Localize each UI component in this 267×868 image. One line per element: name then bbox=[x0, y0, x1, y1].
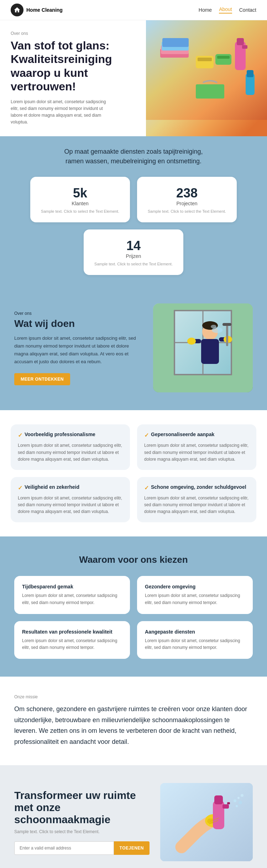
waarom-card-desc-3: Lorem ipsum dolor sit amet, consetetur s… bbox=[145, 637, 245, 651]
feature-icon-0: ✓ bbox=[18, 432, 22, 439]
nav-about[interactable]: About bbox=[219, 6, 232, 14]
feature-icon-2: ✓ bbox=[18, 485, 22, 491]
stat-number-0: 5k bbox=[41, 186, 119, 201]
stats-tagline: Op maat gemaakte diensten zoals tapijtre… bbox=[62, 147, 205, 166]
hero-title: Van stof tot glans: Kwaliteitsreiniging … bbox=[11, 39, 135, 94]
email-input[interactable] bbox=[14, 841, 114, 855]
brand-name: Home Cleaning bbox=[26, 7, 63, 13]
wwdoen-description: Lorem ipsum dolor sit amet, consetetur s… bbox=[14, 334, 142, 366]
cta-title: Transformeer uw ruimte met onze schoonma… bbox=[14, 789, 150, 826]
cta-section: Transformeer uw ruimte met onze schoonma… bbox=[0, 765, 267, 868]
nav-home[interactable]: Home bbox=[199, 7, 212, 13]
svg-rect-31 bbox=[226, 325, 228, 346]
missie-section: Onze missie Om schonere, gezondere en ga… bbox=[0, 677, 267, 765]
hero-illustration bbox=[146, 20, 267, 120]
waarom-title: Waarom voor ons kiezen bbox=[14, 554, 253, 565]
waarom-section: Waarom voor ons kiezen Tijdbesparend gem… bbox=[0, 536, 267, 677]
stat-desc-0: Sample text. Click to select the Text El… bbox=[41, 209, 119, 213]
waarom-card-desc-2: Lorem ipsum dolor sit amet, consetetur s… bbox=[22, 637, 122, 651]
wwdoen-title: Wat wij doen bbox=[14, 318, 142, 329]
stat-card-1: 238 Projecten Sample text. Click to sele… bbox=[137, 177, 237, 222]
svg-point-34 bbox=[211, 325, 216, 328]
nav-contact[interactable]: Contact bbox=[239, 7, 256, 13]
svg-point-44 bbox=[239, 801, 242, 804]
hero-section: Over ons Van stof tot glans: Kwaliteitsr… bbox=[0, 20, 267, 136]
feature-title-3: ✓ Schone omgeving, zonder schuldgevoel bbox=[144, 484, 249, 491]
cta-submit-button[interactable]: TOEJENEN bbox=[114, 841, 150, 855]
cta-image bbox=[160, 783, 253, 861]
hero-content: Over ons Van stof tot glans: Kwaliteitsr… bbox=[0, 20, 146, 136]
stat-label-0: Klanten bbox=[41, 201, 119, 206]
wwdoen-illustration bbox=[153, 303, 253, 392]
svg-rect-11 bbox=[242, 45, 247, 49]
waarom-card-3: Aangepaste diensten Lorem ipsum dolor si… bbox=[137, 621, 253, 659]
feature-title-0: ✓ Voorbeeldig professionalisme bbox=[18, 432, 123, 439]
waarom-card-1: Gezondere omgeving Lorem ipsum dolor sit… bbox=[137, 576, 253, 614]
home-icon bbox=[14, 6, 21, 14]
waarom-card-desc-1: Lorem ipsum dolor sit amet, consetetur s… bbox=[145, 592, 245, 606]
svg-rect-13 bbox=[196, 84, 224, 99]
svg-rect-8 bbox=[217, 56, 230, 59]
cta-illustration bbox=[160, 783, 253, 861]
waarom-card-desc-0: Lorem ipsum dolor sit amet, consetetur s… bbox=[22, 592, 122, 606]
logo-icon bbox=[11, 4, 23, 16]
stat-card-0: 5k Klanten Sample text. Click to select … bbox=[30, 177, 130, 222]
svg-rect-4 bbox=[162, 38, 189, 47]
feature-card-0: ✓ Voorbeeldig professionalisme Lorem ips… bbox=[11, 424, 130, 470]
svg-point-43 bbox=[237, 797, 240, 799]
cta-form: TOEJENEN bbox=[14, 841, 150, 855]
feature-icon-1: ✓ bbox=[144, 432, 149, 439]
feature-desc-0: Lorem ipsum dolor sit amet, consetetur s… bbox=[18, 442, 123, 463]
stats-section: Op maat gemaakte diensten zoals tapijtre… bbox=[0, 136, 267, 286]
svg-rect-26 bbox=[201, 339, 219, 364]
header: Home Cleaning Home About Contact bbox=[0, 0, 267, 20]
stat-desc-1: Sample text. Click to select the Text El… bbox=[148, 209, 226, 213]
svg-rect-41 bbox=[227, 802, 230, 804]
stat-label-2: Prijzen bbox=[94, 253, 173, 259]
feature-icon-3: ✓ bbox=[144, 485, 149, 491]
spray-illustration bbox=[160, 783, 253, 861]
svg-rect-15 bbox=[247, 70, 253, 77]
hero-decoration bbox=[146, 20, 267, 136]
feature-card-1: ✓ Gepersonaliseerde aanpak Lorem ipsum d… bbox=[137, 424, 256, 470]
stat-card-2: 14 Prijzen Sample text. Click to select … bbox=[84, 229, 183, 275]
svg-point-29 bbox=[187, 338, 196, 345]
feature-desc-3: Lorem ipsum dolor sit amet, consetetur s… bbox=[144, 495, 249, 515]
main-nav: Home About Contact bbox=[199, 6, 256, 14]
feature-card-2: ✓ Veiligheid en zekerheid Lorem ipsum do… bbox=[11, 477, 130, 523]
svg-rect-39 bbox=[214, 795, 223, 804]
waarom-grid: Tijdbesparend gemak Lorem ipsum dolor si… bbox=[14, 576, 253, 659]
hero-over-ons: Over ons bbox=[11, 31, 135, 36]
svg-rect-38 bbox=[213, 801, 224, 829]
svg-rect-10 bbox=[237, 38, 244, 45]
svg-point-46 bbox=[241, 794, 244, 797]
stat-desc-2: Sample text. Click to select the Text El… bbox=[94, 262, 173, 266]
hero-image bbox=[146, 20, 267, 136]
features-section: ✓ Voorbeeldig professionalisme Lorem ips… bbox=[0, 410, 267, 536]
svg-rect-32 bbox=[222, 323, 231, 326]
stat-label-1: Projecten bbox=[148, 201, 226, 206]
wat-wij-doen-section: Over ons Wat wij doen Lorem ipsum dolor … bbox=[0, 286, 267, 410]
waarom-card-title-1: Gezondere omgeving bbox=[145, 584, 245, 589]
features-grid: ✓ Voorbeeldig professionalisme Lorem ips… bbox=[11, 424, 256, 522]
waarom-card-title-3: Aangepaste diensten bbox=[145, 629, 245, 635]
missie-label: Onze missie bbox=[14, 694, 253, 699]
hero-description: Lorem ipsum dolor sit amet, consetetur s… bbox=[11, 99, 110, 126]
cleaning-person-illustration bbox=[153, 303, 253, 392]
feature-card-3: ✓ Schone omgeving, zonder schuldgevoel L… bbox=[137, 477, 256, 523]
wwdoen-image bbox=[153, 303, 253, 392]
feature-title-2: ✓ Veiligheid en zekerheid bbox=[18, 484, 123, 491]
feature-title-1: ✓ Gepersonaliseerde aanpak bbox=[144, 432, 249, 439]
stat-number-1: 238 bbox=[148, 186, 226, 201]
meer-ontdekken-button[interactable]: MEER ONTDEKKEN bbox=[14, 373, 70, 385]
waarom-card-title-2: Resultaten van professionele kwaliteit bbox=[22, 629, 122, 635]
waarom-card-0: Tijdbesparend gemak Lorem ipsum dolor si… bbox=[14, 576, 130, 614]
logo: Home Cleaning bbox=[11, 4, 63, 16]
stats-cards-container: 5k Klanten Sample text. Click to select … bbox=[14, 177, 253, 275]
missie-text: Om schonere, gezondere en gastvrijere ru… bbox=[14, 704, 253, 747]
cta-subtitle: Sample text. Click to select the Text El… bbox=[14, 829, 150, 834]
svg-rect-6 bbox=[198, 58, 212, 61]
waarom-card-title-0: Tijdbesparend gemak bbox=[22, 584, 122, 589]
svg-point-42 bbox=[234, 799, 236, 802]
feature-desc-2: Lorem ipsum dolor sit amet, consetetur s… bbox=[18, 495, 123, 515]
